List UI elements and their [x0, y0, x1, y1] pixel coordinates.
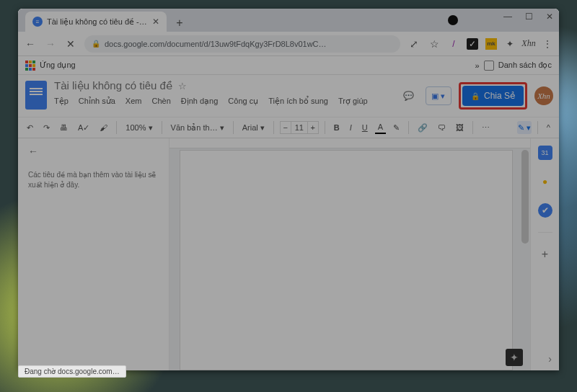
share-highlight: 🔒 Chia Sẻ — [459, 82, 527, 110]
print-button[interactable]: 🖶 — [57, 122, 71, 133]
extensions-menu-icon[interactable]: ✦ — [504, 38, 516, 50]
formatting-toolbar: ↶ ↷ 🖶 A✓ 🖌 100% ▾ Văn bản th… ▾ Arial ▾ … — [18, 117, 559, 138]
address-bar: ← → ✕ 🔒 docs.google.com/document/d/13uw9… — [18, 32, 559, 56]
tab-strip: ≡ Tài liệu không có tiêu đề - Googl ✕ + … — [18, 9, 559, 32]
insert-image-button[interactable]: 🖼 — [453, 122, 467, 133]
star-doc-icon[interactable]: ☆ — [178, 81, 187, 92]
tab-close-icon[interactable]: ✕ — [152, 17, 159, 27]
outline-placeholder: Các tiêu đề mà bạn thêm vào tài liệu sẽ … — [18, 164, 169, 196]
separator — [325, 121, 325, 134]
keep-icon[interactable]: ● — [538, 174, 552, 189]
media-indicator-icon[interactable] — [448, 15, 458, 25]
underline-button[interactable]: U — [359, 122, 371, 133]
insert-link-button[interactable]: 🔗 — [415, 122, 431, 134]
maximize-button[interactable]: ☐ — [525, 12, 533, 22]
account-avatar[interactable]: Xhn — [534, 86, 553, 105]
bookmarks-overflow-icon[interactable]: » — [475, 61, 480, 70]
font-size-decrease[interactable]: − — [280, 121, 291, 134]
separator — [116, 121, 117, 134]
nav-forward-button: → — [44, 38, 57, 50]
separator — [408, 121, 409, 134]
add-addon-icon[interactable]: + — [538, 247, 552, 262]
separator — [273, 121, 274, 134]
ext-icon-2[interactable]: ✓ — [467, 38, 478, 50]
url-text: docs.google.com/document/d/13uw9tFdqKgy3… — [105, 40, 327, 48]
bold-button[interactable]: B — [331, 122, 343, 133]
header-right: 💬 ▣ ▾ 🔒 Chia Sẻ Xhn — [400, 82, 553, 110]
close-window-button[interactable]: ✕ — [546, 12, 553, 22]
share-lock-icon: 🔒 — [471, 92, 480, 100]
status-bar: Đang chờ docs.google.com… — [18, 365, 126, 378]
nav-stop-button[interactable]: ✕ — [64, 38, 77, 50]
menu-view[interactable]: Xem — [125, 97, 142, 106]
vertical-scrollbar[interactable] — [521, 150, 529, 244]
profile-avatar-icon[interactable]: Xhn — [523, 38, 534, 50]
styles-dropdown[interactable]: Văn bản th… ▾ — [168, 122, 227, 134]
outline-close-icon[interactable]: ← — [18, 138, 169, 164]
hide-side-panel-icon[interactable]: › — [548, 353, 552, 365]
extension-icons: / ✓ mk ✦ Xhn ⋮ — [448, 38, 553, 50]
font-dropdown[interactable]: Arial ▾ — [239, 122, 268, 134]
menu-insert[interactable]: Chèn — [151, 97, 170, 106]
calendar-icon[interactable]: 31 — [538, 146, 552, 160]
browser-window: ≡ Tài liệu không có tiêu đề - Googl ✕ + … — [18, 9, 559, 370]
highlight-button[interactable]: ✎ — [390, 122, 402, 134]
menu-help[interactable]: Trợ giúp — [338, 97, 368, 106]
horizontal-ruler[interactable] — [169, 138, 530, 148]
reading-list-icon[interactable] — [484, 61, 494, 71]
browser-tab[interactable]: ≡ Tài liệu không có tiêu đề - Googl ✕ — [25, 12, 167, 32]
docs-logo-icon[interactable] — [25, 81, 47, 110]
reading-list-label[interactable]: Danh sách đọc — [498, 61, 552, 70]
document-area — [169, 138, 530, 370]
font-size-value[interactable]: 11 — [291, 121, 307, 134]
docs-favicon-icon: ≡ — [32, 17, 43, 27]
explore-button[interactable]: ✦ — [506, 349, 523, 366]
menu-tools[interactable]: Công cụ — [228, 97, 258, 106]
search-engine-icon[interactable]: ⤢ — [408, 38, 420, 50]
outline-pane: ← Các tiêu đề mà bạn thêm vào tài liệu s… — [18, 138, 169, 370]
italic-button[interactable]: I — [347, 122, 355, 133]
menu-edit[interactable]: Chỉnh sửa — [79, 97, 115, 106]
present-button[interactable]: ▣ ▾ — [426, 86, 452, 105]
redo-button[interactable]: ↷ — [40, 122, 53, 134]
side-panel: 31 ● ✔ + — [530, 138, 559, 370]
menu-file[interactable]: Tệp — [54, 97, 69, 106]
ext-icon-3[interactable]: mk — [485, 38, 497, 50]
window-controls: — ☐ ✕ — [503, 12, 553, 22]
browser-menu-icon[interactable]: ⋮ — [542, 38, 553, 50]
tab-title: Tài liệu không có tiêu đề - Googl — [47, 17, 148, 27]
menu-addons[interactable]: Tiện ích bổ sung — [268, 97, 328, 106]
nav-back-button[interactable]: ← — [24, 38, 37, 50]
apps-icon[interactable] — [25, 61, 35, 71]
more-tools-button[interactable]: ⋯ — [479, 122, 493, 134]
font-size-stepper: − 11 + — [280, 121, 319, 134]
hide-menus-button[interactable]: ^ — [544, 122, 553, 133]
separator — [162, 121, 162, 134]
add-comment-button[interactable]: 🗨 — [435, 122, 449, 133]
doc-title[interactable]: Tài liệu không có tiêu đề — [54, 79, 172, 92]
comments-history-icon[interactable]: 💬 — [400, 86, 418, 105]
work-area: ← Các tiêu đề mà bạn thêm vào tài liệu s… — [18, 138, 559, 370]
document-page[interactable] — [180, 150, 513, 370]
new-tab-button[interactable]: + — [171, 14, 188, 32]
editing-mode-button[interactable]: ✎ ▾ — [517, 121, 532, 134]
share-label: Chia Sẻ — [484, 91, 515, 101]
menu-format[interactable]: Định dạng — [181, 97, 219, 106]
ext-icon-1[interactable]: / — [448, 38, 459, 50]
paint-format-button[interactable]: 🖌 — [97, 122, 110, 133]
separator — [537, 121, 538, 134]
minimize-button[interactable]: — — [503, 12, 512, 22]
url-field[interactable]: 🔒 docs.google.com/document/d/13uw9tFdqKg… — [84, 35, 400, 53]
undo-button[interactable]: ↶ — [24, 122, 36, 134]
share-button[interactable]: 🔒 Chia Sẻ — [462, 86, 524, 106]
font-size-increase[interactable]: + — [307, 121, 319, 134]
lock-icon: 🔒 — [92, 40, 100, 48]
spellcheck-button[interactable]: A✓ — [75, 122, 92, 134]
bookmark-star-icon[interactable]: ☆ — [428, 38, 441, 50]
apps-label[interactable]: Ứng dụng — [40, 61, 76, 70]
tasks-icon[interactable]: ✔ — [538, 203, 552, 218]
docs-header: Tài liệu không có tiêu đề ☆ Tệp Chỉnh sử… — [18, 75, 559, 117]
zoom-dropdown[interactable]: 100% ▾ — [123, 122, 155, 134]
separator — [472, 121, 473, 134]
text-color-button[interactable]: A — [375, 121, 386, 134]
